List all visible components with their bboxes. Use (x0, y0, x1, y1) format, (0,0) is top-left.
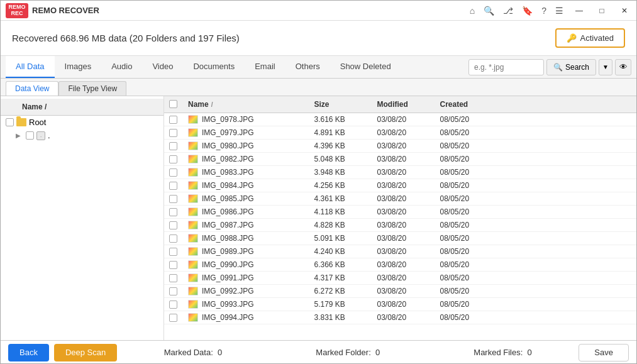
table-row: IMG_0978.JPG 3.616 KB 03/08/20 08/05/20 (164, 113, 636, 126)
tree-item-root[interactable]: Root (1, 116, 163, 129)
file-name[interactable]: IMG_0980.JPG (202, 141, 254, 150)
file-name[interactable]: IMG_0991.JPG (202, 273, 254, 282)
file-checkbox-14[interactable] (169, 301, 177, 309)
file-checkbox-12[interactable] (169, 274, 177, 282)
file-checkbox-11[interactable] (169, 261, 177, 269)
file-checkbox-2[interactable] (169, 142, 177, 150)
maximize-button[interactable]: □ (595, 4, 609, 18)
tab-others[interactable]: Others (285, 56, 330, 78)
search-input[interactable] (468, 59, 544, 75)
file-checkbox-8[interactable] (169, 221, 177, 229)
file-name[interactable]: IMG_0993.JPG (202, 300, 254, 309)
tree-name-header: Name / (19, 101, 163, 113)
tree-dot-checkbox[interactable] (26, 131, 34, 140)
file-checkbox-1[interactable] (169, 129, 177, 137)
file-checkbox-0[interactable] (169, 116, 177, 124)
menu-icon[interactable]: ☰ (555, 6, 563, 16)
header-modified-col: Modified (372, 99, 435, 110)
file-size: 3.831 KB (309, 311, 372, 324)
file-list: IMG_0978.JPG 3.616 KB 03/08/20 08/05/20 … (164, 113, 636, 340)
tree-dot-label: . (48, 131, 50, 140)
tree-expand-icon[interactable]: ▶ (16, 132, 23, 139)
view-tabs: Data View File Type View (1, 79, 636, 96)
minimize-button[interactable]: — (572, 4, 586, 18)
file-size: 5.048 KB (309, 153, 372, 165)
tree-root-checkbox[interactable] (6, 118, 14, 126)
file-name-cell: IMG_0983.JPG (183, 166, 309, 179)
table-row: IMG_0984.JPG 4.256 KB 03/08/20 08/05/20 (164, 179, 636, 192)
file-name[interactable]: IMG_0987.JPG (202, 221, 254, 229)
file-name[interactable]: IMG_0989.JPG (202, 247, 254, 256)
file-modified: 03/08/20 (372, 232, 435, 245)
file-checkbox-10[interactable] (169, 248, 177, 256)
bookmark-icon[interactable]: 🔖 (522, 6, 533, 16)
table-row: IMG_0988.JPG 5.091 KB 03/08/20 08/05/20 (164, 232, 636, 245)
tree-item-dot[interactable]: ▶ . . (1, 129, 163, 142)
tab-video[interactable]: Video (142, 56, 183, 78)
file-checkbox-15[interactable] (169, 314, 177, 322)
file-name[interactable]: IMG_0984.JPG (202, 181, 254, 190)
view-tab-filetype[interactable]: File Type View (58, 81, 126, 96)
tab-audio[interactable]: Audio (101, 56, 142, 78)
file-size: 4.396 KB (309, 140, 372, 152)
table-row: IMG_0986.JPG 4.118 KB 03/08/20 08/05/20 (164, 206, 636, 219)
table-row: IMG_0987.JPG 4.828 KB 03/08/20 08/05/20 (164, 219, 636, 232)
marked-data-value: 0 (218, 348, 222, 357)
file-modified: 03/08/20 (372, 113, 435, 126)
header-checkbox[interactable] (169, 100, 177, 108)
file-name[interactable]: IMG_0979.JPG (202, 128, 254, 137)
file-extra (511, 263, 637, 267)
search-icon[interactable]: 🔍 (484, 6, 494, 16)
file-name[interactable]: IMG_0992.JPG (202, 287, 254, 295)
file-name-cell: IMG_0982.JPG (183, 153, 309, 165)
tab-documents[interactable]: Documents (183, 56, 245, 78)
tab-show-deleted[interactable]: Show Deleted (330, 56, 401, 78)
tab-email[interactable]: Email (245, 56, 285, 78)
file-created: 08/05/20 (435, 126, 511, 139)
file-extra (511, 289, 637, 293)
marked-files-value: 0 (528, 348, 532, 357)
home-icon[interactable]: ⌂ (470, 6, 475, 16)
file-name[interactable]: IMG_0990.JPG (202, 260, 254, 269)
file-created: 08/05/20 (435, 166, 511, 179)
back-button[interactable]: Back (8, 344, 49, 361)
file-checkbox-13[interactable] (169, 287, 177, 295)
file-name[interactable]: IMG_0982.JPG (202, 155, 254, 163)
file-checkbox-4[interactable] (169, 168, 177, 177)
save-button[interactable]: Save (579, 344, 629, 361)
table-row: IMG_0979.JPG 4.891 KB 03/08/20 08/05/20 (164, 126, 636, 140)
file-img-icon (188, 207, 198, 216)
file-name[interactable]: IMG_0994.JPG (202, 313, 254, 322)
file-size: 4.118 KB (309, 206, 372, 218)
header-size-col: Size (309, 99, 372, 110)
file-checkbox-5[interactable] (169, 182, 177, 190)
status-info: Marked Data: 0 Marked Folder: 0 Marked F… (117, 348, 579, 357)
tab-all-data[interactable]: All Data (6, 56, 55, 78)
file-name[interactable]: IMG_0978.JPG (202, 115, 254, 124)
logo-box: REMOREC (6, 3, 28, 18)
search-button[interactable]: 🔍 Search (546, 59, 596, 75)
eye-button[interactable]: 👁 (615, 59, 631, 75)
file-name[interactable]: IMG_0985.JPG (202, 194, 254, 203)
file-name[interactable]: IMG_0983.JPG (202, 168, 254, 177)
file-checkbox-3[interactable] (169, 155, 177, 163)
close-button[interactable]: ✕ (618, 4, 631, 18)
search-dropdown-arrow[interactable]: ▼ (599, 59, 612, 75)
file-img-icon (188, 221, 198, 229)
marked-data-label: Marked Data: 0 (164, 348, 223, 357)
deep-scan-button[interactable]: Deep Scan (54, 344, 117, 361)
file-checkbox-9[interactable] (169, 234, 177, 243)
sort-icon[interactable]: / (211, 101, 213, 108)
file-name[interactable]: IMG_0986.JPG (202, 207, 254, 216)
header-name-col: Name / (183, 99, 309, 110)
share-icon[interactable]: ⎇ (503, 6, 513, 16)
file-name[interactable]: IMG_0988.JPG (202, 234, 254, 243)
view-tab-data[interactable]: Data View (6, 81, 58, 96)
file-checkbox-7[interactable] (169, 208, 177, 216)
header-extra-col (511, 99, 637, 110)
file-checkbox-6[interactable] (169, 195, 177, 203)
activated-button[interactable]: 🔑 Activated (555, 28, 625, 48)
help-icon[interactable]: ? (541, 6, 546, 16)
tab-images[interactable]: Images (55, 56, 102, 78)
file-modified: 03/08/20 (372, 126, 435, 139)
